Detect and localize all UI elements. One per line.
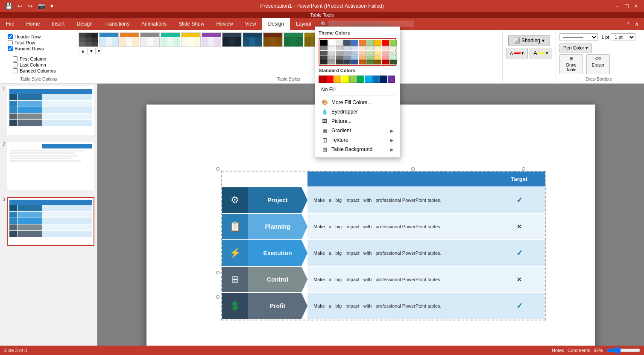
theme-swatch-yellow-top[interactable] <box>374 40 381 46</box>
theme-swatch-navy-4[interactable] <box>343 60 351 64</box>
ribbon-collapse-button[interactable]: ∧ <box>633 20 641 28</box>
theme-swatch-lime-2[interactable] <box>389 51 397 55</box>
table-style-9[interactable] <box>243 32 262 47</box>
table-style-4[interactable] <box>140 32 160 47</box>
no-fill-row[interactable]: No Fill <box>319 85 396 94</box>
theme-swatch-green-4[interactable] <box>366 60 374 64</box>
border-style-select[interactable]: ────── - - - - ····· <box>559 33 598 41</box>
std-swatch-blue[interactable] <box>372 76 380 83</box>
theme-swatch-black-1[interactable] <box>320 46 328 50</box>
tab-slideshow[interactable]: Slide Show <box>173 18 210 30</box>
table-style-10[interactable] <box>263 32 283 47</box>
theme-swatch-red-2[interactable] <box>382 51 389 55</box>
theme-swatch-navy-1[interactable] <box>343 46 351 50</box>
tab-design-main[interactable]: Design <box>70 18 98 30</box>
notes-button[interactable]: Notes <box>552 348 564 353</box>
selection-handle-tm[interactable] <box>411 167 415 171</box>
theme-swatch-green-1[interactable] <box>366 46 374 50</box>
theme-swatch-red-1[interactable] <box>382 46 389 50</box>
theme-swatch-gray-4[interactable] <box>336 60 343 64</box>
theme-swatch-blue-1[interactable] <box>351 46 358 50</box>
theme-swatch-navy-top[interactable] <box>343 40 351 46</box>
pen-color-button[interactable]: Pen Color ▾ <box>559 44 592 52</box>
theme-swatch-lime-4[interactable] <box>389 60 397 64</box>
highlight-color-button[interactable]: A ▾ <box>530 48 552 58</box>
save-button[interactable]: 💾 <box>3 2 14 10</box>
theme-swatch-blue-2[interactable] <box>351 51 358 55</box>
theme-swatch-red-4[interactable] <box>382 60 389 64</box>
maximize-button[interactable]: □ <box>622 2 631 10</box>
theme-swatch-lime-top[interactable] <box>389 40 397 46</box>
slide-3-thumb[interactable] <box>7 197 94 246</box>
minimize-button[interactable]: − <box>613 2 621 10</box>
theme-swatch-black-top[interactable] <box>320 40 328 46</box>
banded-rows-checkbox[interactable] <box>8 46 13 51</box>
border-weight-select[interactable]: 1 pt 0.5 pt 2 pt <box>611 33 635 41</box>
theme-swatch-yellow-4[interactable] <box>374 60 381 64</box>
std-swatch-orange[interactable] <box>334 76 341 83</box>
eyedropper-item[interactable]: 💧 Eyedropper <box>319 107 396 116</box>
gradient-item[interactable]: ▦ Gradient ▶ <box>319 126 396 135</box>
shading-dropdown-arrow[interactable]: ▾ <box>542 38 544 44</box>
font-color-button[interactable]: A ▾ <box>506 48 528 58</box>
theme-swatch-black-3[interactable] <box>320 55 328 60</box>
styles-scroll-up[interactable]: ▲ <box>79 48 87 54</box>
theme-swatch-white-top[interactable] <box>328 40 335 46</box>
tab-layout-context[interactable]: Layout <box>290 18 317 30</box>
banded-columns-checkbox[interactable] <box>13 68 18 73</box>
theme-swatch-yellow-2[interactable] <box>374 51 381 55</box>
total-row-checkbox[interactable] <box>8 40 13 45</box>
first-column-checkbox[interactable] <box>13 56 18 61</box>
close-button[interactable]: × <box>632 2 641 10</box>
highlight-dropdown-arrow[interactable]: ▾ <box>546 50 548 56</box>
std-swatch-purple[interactable] <box>388 76 395 83</box>
header-row-checkbox[interactable] <box>8 34 13 39</box>
theme-swatch-black-2[interactable] <box>320 51 328 55</box>
tab-insert[interactable]: Insert <box>46 18 70 30</box>
theme-swatch-orange-top[interactable] <box>359 40 366 46</box>
theme-swatch-red-top[interactable] <box>382 40 389 46</box>
banded-rows-checkbox-row[interactable]: Banded Rows <box>8 46 44 51</box>
tab-home[interactable]: Home <box>20 18 46 30</box>
std-swatch-yellow[interactable] <box>342 76 349 83</box>
undo-button[interactable]: ↩ <box>16 2 24 10</box>
more-fill-colors-item[interactable]: 🎨 More Fill Colors... <box>319 98 396 107</box>
theme-swatch-navy-2[interactable] <box>343 51 351 55</box>
slide-table[interactable]: Target ⚙ Project Make a big impact with … <box>221 171 546 320</box>
theme-swatch-gray-1[interactable] <box>336 46 343 50</box>
theme-swatch-gray-2[interactable] <box>336 51 343 55</box>
std-swatch-green[interactable] <box>357 76 364 83</box>
last-column-checkbox[interactable] <box>13 62 18 67</box>
theme-swatch-lime-3[interactable] <box>389 55 397 60</box>
table-style-2[interactable] <box>99 32 119 47</box>
theme-swatch-white-2[interactable] <box>328 51 335 55</box>
draw-table-button[interactable]: ⊞ Draw Table <box>559 54 583 74</box>
banded-columns-checkbox-row[interactable]: Banded Columns <box>13 68 56 73</box>
std-swatch-red[interactable] <box>326 76 334 83</box>
tab-file[interactable]: File <box>0 18 20 30</box>
screenshot-button[interactable]: 📷 <box>36 2 47 10</box>
selection-handle-tr[interactable] <box>522 167 525 171</box>
styles-scroll-down[interactable]: ▼ <box>87 48 96 54</box>
tab-design-context[interactable]: Design <box>262 18 290 30</box>
theme-swatch-orange-1[interactable] <box>359 46 366 50</box>
theme-swatch-red-3[interactable] <box>382 55 389 60</box>
theme-swatch-orange-2[interactable] <box>359 51 366 55</box>
theme-swatch-orange-4[interactable] <box>359 60 366 64</box>
table-style-8[interactable] <box>222 32 242 47</box>
table-style-6[interactable] <box>181 32 201 47</box>
last-column-checkbox-row[interactable]: Last Column <box>13 62 56 67</box>
theme-swatch-blue-4[interactable] <box>351 60 358 64</box>
table-style-1[interactable] <box>79 32 98 47</box>
tab-view[interactable]: View <box>239 18 262 30</box>
first-column-checkbox-row[interactable]: First Column <box>13 56 56 61</box>
comments-button[interactable]: Comments <box>568 348 590 353</box>
table-style-7[interactable] <box>202 32 221 47</box>
eraser-button[interactable]: ⌫ Eraser <box>586 54 610 74</box>
tab-review[interactable]: Review <box>210 18 239 30</box>
theme-swatch-yellow-1[interactable] <box>374 46 381 50</box>
font-color-dropdown-arrow[interactable]: ▾ <box>521 50 524 56</box>
table-background-item[interactable]: ▤ Table Background ▶ <box>319 145 396 154</box>
ribbon-help-button[interactable]: ? <box>625 20 631 28</box>
selection-handle-ml[interactable] <box>216 271 220 274</box>
